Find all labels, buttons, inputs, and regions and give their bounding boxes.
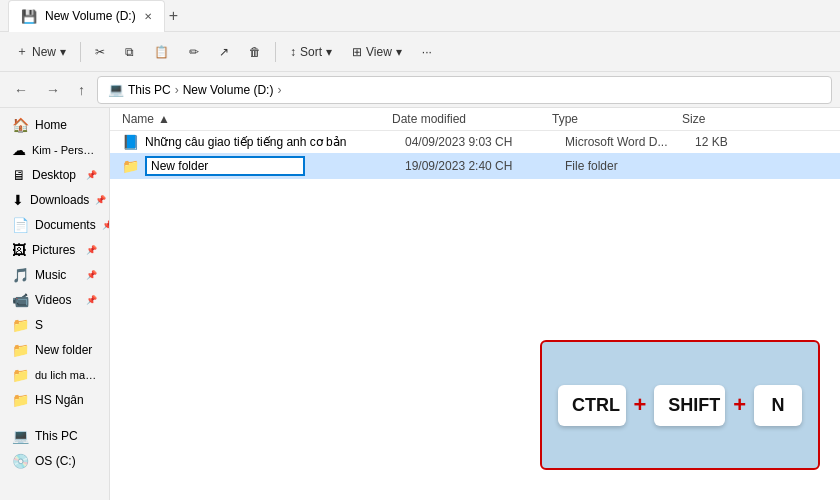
ctrl-key: CTRL xyxy=(558,385,626,426)
pin-icon: 📌 xyxy=(102,220,110,230)
toolbar-separator-2 xyxy=(275,42,276,62)
cloud-icon: ☁ xyxy=(12,142,26,158)
share-button[interactable]: ↗ xyxy=(211,41,237,63)
downloads-icon: ⬇ xyxy=(12,192,24,208)
cut-icon: ✂ xyxy=(95,45,105,59)
share-icon: ↗ xyxy=(219,45,229,59)
back-button[interactable]: ← xyxy=(8,78,34,102)
delete-button[interactable]: 🗑 xyxy=(241,41,269,63)
sidebar-item-documents[interactable]: 📄 Documents 📌 xyxy=(4,213,105,237)
paste-icon: 📋 xyxy=(154,45,169,59)
n-key: N xyxy=(754,385,802,426)
main-layout: 🏠 Home ☁ Kim - Personal 🖥 Desktop 📌 ⬇ Do… xyxy=(0,108,840,500)
sidebar-item-this-pc[interactable]: 💻 This PC xyxy=(4,424,105,448)
more-button[interactable]: ··· xyxy=(414,41,440,63)
shortcut-overlay: CTRL + SHIFT + N xyxy=(540,340,820,470)
sidebar-item-home[interactable]: 🏠 Home xyxy=(4,113,105,137)
paste-button[interactable]: 📋 xyxy=(146,41,177,63)
sidebar-item-os-c[interactable]: 💿 OS (C:) xyxy=(4,449,105,473)
pin-icon: 📌 xyxy=(86,170,97,180)
folder-file-icon: 📁 xyxy=(122,158,139,174)
sidebar-item-downloads[interactable]: ⬇ Downloads 📌 xyxy=(4,188,105,212)
view-icon: ⊞ xyxy=(352,45,362,59)
sidebar-item-desktop[interactable]: 🖥 Desktop 📌 xyxy=(4,163,105,187)
sort-asc-icon: ▲ xyxy=(158,112,170,126)
path-drive[interactable]: New Volume (D:) xyxy=(183,83,274,97)
column-name[interactable]: Name ▲ xyxy=(122,112,392,126)
view-button[interactable]: ⊞ View ▾ xyxy=(344,41,410,63)
new-chevron-icon: ▾ xyxy=(60,45,66,59)
window-tab[interactable]: 💾 New Volume (D:) ✕ xyxy=(8,0,165,32)
toolbar-separator-1 xyxy=(80,42,81,62)
copy-icon: ⧉ xyxy=(125,45,134,59)
file-list-panel: Name ▲ Date modified Type Size 📘 Những c… xyxy=(110,108,840,500)
pictures-icon: 🖼 xyxy=(12,242,26,258)
sidebar-item-cloud[interactable]: ☁ Kim - Personal xyxy=(4,138,105,162)
rename-input[interactable] xyxy=(145,156,305,176)
copy-button[interactable]: ⧉ xyxy=(117,41,142,63)
table-row[interactable]: 📘 Những câu giao tiếp tiếng anh cơ bản 0… xyxy=(110,131,840,153)
up-button[interactable]: ↑ xyxy=(72,78,91,102)
sidebar-item-s-folder[interactable]: 📁 S xyxy=(4,313,105,337)
pin-icon: 📌 xyxy=(86,270,97,280)
computer-icon: 💻 xyxy=(108,82,124,97)
view-chevron-icon: ▾ xyxy=(396,45,402,59)
plus-icon-2: + xyxy=(733,392,746,418)
sidebar-item-pictures[interactable]: 🖼 Pictures 📌 xyxy=(4,238,105,262)
new-icon: ＋ xyxy=(16,43,28,60)
pin-icon: 📌 xyxy=(86,295,97,305)
column-type[interactable]: Type xyxy=(552,112,682,126)
address-bar: ← → ↑ 💻 This PC › New Volume (D:) › xyxy=(0,72,840,108)
sidebar-item-hs-ngan[interactable]: 📁 HS Ngân xyxy=(4,388,105,412)
sidebar-item-videos[interactable]: 📹 Videos 📌 xyxy=(4,288,105,312)
folder-icon: 📁 xyxy=(12,367,29,383)
plus-icon-1: + xyxy=(634,392,647,418)
path-this-pc[interactable]: This PC xyxy=(128,83,171,97)
shift-key: SHIFT xyxy=(654,385,725,426)
sort-chevron-icon: ▾ xyxy=(326,45,332,59)
sidebar-item-music[interactable]: 🎵 Music 📌 xyxy=(4,263,105,287)
delete-icon: 🗑 xyxy=(249,45,261,59)
this-pc-icon: 💻 xyxy=(12,428,29,444)
forward-button[interactable]: → xyxy=(40,78,66,102)
sidebar: 🏠 Home ☁ Kim - Personal 🖥 Desktop 📌 ⬇ Do… xyxy=(0,108,110,500)
window-icon: 💾 xyxy=(21,9,37,24)
toolbar: ＋ New ▾ ✂ ⧉ 📋 ✏ ↗ 🗑 ↕ Sort ▾ ⊞ View ▾ ··… xyxy=(0,32,840,72)
rename-icon: ✏ xyxy=(189,45,199,59)
column-headers: Name ▲ Date modified Type Size xyxy=(110,108,840,131)
sort-button[interactable]: ↕ Sort ▾ xyxy=(282,41,340,63)
title-bar: 💾 New Volume (D:) ✕ + xyxy=(0,0,840,32)
desktop-icon: 🖥 xyxy=(12,167,26,183)
home-icon: 🏠 xyxy=(12,117,29,133)
sidebar-item-new-folder[interactable]: 📁 New folder xyxy=(4,338,105,362)
drive-icon: 💿 xyxy=(12,453,29,469)
tab-label: New Volume (D:) xyxy=(45,9,136,23)
videos-icon: 📹 xyxy=(12,292,29,308)
more-icon: ··· xyxy=(422,45,432,59)
sidebar-item-du-lich[interactable]: 📁 du lich mang den tu xyxy=(4,363,105,387)
address-path[interactable]: 💻 This PC › New Volume (D:) › xyxy=(97,76,832,104)
documents-icon: 📄 xyxy=(12,217,29,233)
folder-icon: 📁 xyxy=(12,392,29,408)
column-date[interactable]: Date modified xyxy=(392,112,552,126)
sort-icon: ↕ xyxy=(290,45,296,59)
folder-icon: 📁 xyxy=(12,317,29,333)
pin-icon: 📌 xyxy=(95,195,106,205)
word-file-icon: 📘 xyxy=(122,134,139,150)
column-size[interactable]: Size xyxy=(682,112,762,126)
rename-button[interactable]: ✏ xyxy=(181,41,207,63)
cut-button[interactable]: ✂ xyxy=(87,41,113,63)
new-tab-button[interactable]: + xyxy=(169,7,178,25)
music-icon: 🎵 xyxy=(12,267,29,283)
pin-icon: 📌 xyxy=(86,245,97,255)
path-separator-2: › xyxy=(277,83,281,97)
folder-icon: 📁 xyxy=(12,342,29,358)
table-row[interactable]: 📁 19/09/2023 2:40 CH File folder xyxy=(110,153,840,179)
new-button[interactable]: ＋ New ▾ xyxy=(8,39,74,64)
tab-close-button[interactable]: ✕ xyxy=(144,11,152,22)
path-separator-1: › xyxy=(175,83,179,97)
